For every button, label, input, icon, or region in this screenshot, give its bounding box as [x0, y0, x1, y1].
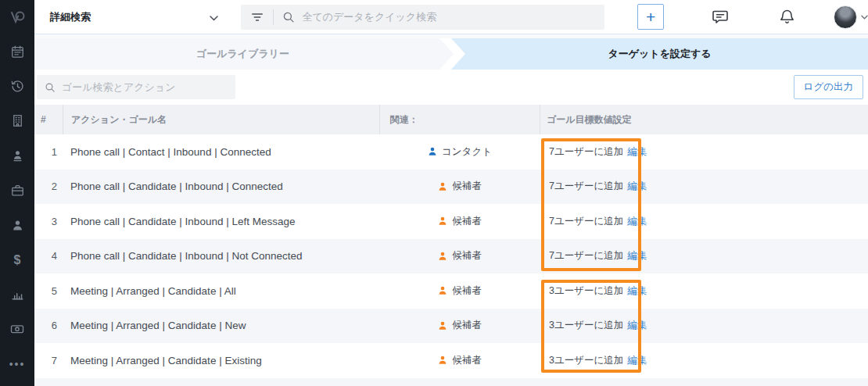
table-row-partial: [34, 378, 868, 386]
avatar: [834, 5, 857, 29]
edit-link[interactable]: 編集: [627, 180, 647, 193]
tab-label: ゴールライブラリー: [196, 47, 289, 61]
calendar-icon[interactable]: [0, 34, 34, 69]
goal-name: Meeting | Arranged | Candidate | All: [63, 285, 379, 297]
edit-link[interactable]: 編集: [627, 215, 647, 228]
edit-link[interactable]: 編集: [627, 354, 647, 367]
table-row: 3 Phone call | Candidate | Inbound | Lef…: [34, 204, 868, 239]
app-logo[interactable]: [0, 0, 34, 34]
topbar: 詳細検索 +: [34, 0, 868, 34]
quick-search-input[interactable]: [302, 11, 604, 23]
related-person-icon: [437, 285, 448, 296]
wizard-tabs: ゴールライブラリー ターゲットを設定する: [34, 38, 868, 70]
related-label: 候補者: [452, 180, 482, 193]
goal-name: Phone call | Candidate | Inbound | Left …: [63, 216, 379, 227]
history-icon[interactable]: [0, 69, 34, 103]
chevron-down-icon: [210, 10, 218, 24]
advanced-search-dropdown[interactable]: 詳細検索: [50, 10, 218, 24]
column-header-num: #: [34, 105, 63, 134]
more-icon[interactable]: •••: [0, 347, 34, 381]
jobs-icon[interactable]: [0, 173, 34, 208]
tab-label: ターゲットを設定する: [608, 47, 711, 61]
row-number: 3: [34, 216, 63, 227]
table-row: 6 Meeting | Arranged | Candidate | New 候…: [34, 309, 868, 344]
goal-name: Phone call | Contact | Inbound | Connect…: [63, 146, 379, 158]
table-row: 4 Phone call | Candidate | Inbound | Not…: [34, 239, 868, 274]
user-menu[interactable]: [834, 5, 868, 29]
export-log-button[interactable]: ログの出力: [794, 75, 863, 99]
goal-value: 3ユーザーに追加: [549, 319, 623, 332]
goals-table: # アクション・ゴール名 関連： ゴール目標数値設定 1 Phone call …: [34, 105, 868, 386]
goal-value: 7ユーザーに追加: [549, 215, 623, 228]
goal-value: 7ユーザーに追加: [549, 249, 623, 263]
quick-search-bar: [241, 5, 604, 30]
goal-name: Meeting | Arranged | Candidate | Existin…: [63, 355, 379, 366]
toolbar-row: ログの出力: [34, 70, 868, 105]
goal-value: 7ユーザーに追加: [549, 145, 623, 159]
notifications-bell-button[interactable]: [778, 8, 796, 26]
edit-link[interactable]: 編集: [627, 249, 647, 263]
main-area: 詳細検索 +: [34, 0, 868, 386]
goal-value: 3ユーザーに追加: [549, 284, 623, 298]
analytics-icon[interactable]: [0, 277, 34, 312]
related-person-icon: [437, 251, 448, 262]
row-number: 4: [34, 250, 63, 262]
chat-button[interactable]: [711, 8, 730, 27]
related-person-icon: [427, 146, 438, 157]
related-label: コンタクト: [442, 145, 492, 159]
row-number: 6: [34, 320, 63, 331]
edit-link[interactable]: 編集: [627, 145, 647, 159]
related-person-icon: [437, 355, 448, 366]
tab-goal-library[interactable]: ゴールライブラリー: [34, 38, 451, 70]
goal-search-input[interactable]: [62, 81, 228, 93]
column-header-goal: ゴール目標数値設定: [540, 105, 868, 134]
search-icon: [45, 82, 56, 93]
goal-search-bar: [37, 75, 235, 99]
related-label: 候補者: [452, 319, 482, 332]
related-label: 候補者: [452, 215, 482, 228]
row-number: 1: [34, 146, 63, 158]
related-person-icon: [437, 320, 448, 331]
company-icon[interactable]: [0, 104, 34, 138]
advanced-search-label: 詳細検索: [50, 10, 91, 24]
column-header-name: アクション・ゴール名: [63, 105, 379, 134]
row-number: 5: [34, 285, 63, 297]
edit-link[interactable]: 編集: [627, 284, 647, 298]
goal-value: 7ユーザーに追加: [549, 180, 623, 193]
column-header-related: 関連：: [379, 105, 540, 134]
edit-link[interactable]: 編集: [627, 319, 647, 332]
related-label: 候補者: [452, 249, 482, 263]
table-row: 2 Phone call | Candidate | Inbound | Con…: [34, 170, 868, 205]
related-label: 候補者: [452, 284, 482, 298]
tab-set-target[interactable]: ターゲットを設定する: [451, 38, 868, 70]
goal-name: Phone call | Candidate | Inbound | Conne…: [63, 180, 379, 192]
contacts-icon[interactable]: [0, 138, 34, 173]
chevron-down-icon: [861, 15, 868, 20]
goal-name: Meeting | Arranged | Candidate | New: [63, 320, 379, 331]
row-number: 7: [34, 355, 63, 366]
table-row: 5 Meeting | Arranged | Candidate | All 候…: [34, 273, 868, 309]
search-icon: [274, 11, 302, 23]
goal-value: 3ユーザーに追加: [549, 354, 623, 367]
related-person-icon: [437, 181, 448, 192]
sidebar: $ •••: [0, 0, 34, 386]
candidates-icon[interactable]: [0, 208, 34, 242]
table-header: # アクション・ゴール名 関連： ゴール目標数値設定: [34, 105, 868, 134]
table-row: 7 Meeting | Arranged | Candidate | Exist…: [34, 343, 868, 378]
row-number: 2: [34, 180, 63, 192]
deals-icon[interactable]: $: [0, 242, 34, 277]
goal-name: Phone call | Candidate | Inbound | Not C…: [63, 250, 379, 262]
payments-icon[interactable]: [0, 312, 34, 346]
filter-icon[interactable]: [241, 12, 273, 23]
related-person-icon: [437, 216, 448, 227]
related-label: 候補者: [452, 354, 482, 367]
table-row: 1 Phone call | Contact | Inbound | Conne…: [34, 134, 868, 170]
add-button[interactable]: +: [637, 4, 664, 30]
